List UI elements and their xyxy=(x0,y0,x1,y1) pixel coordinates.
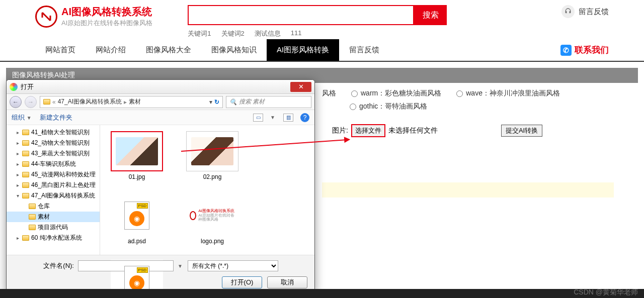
path-segment[interactable]: 47_AI图像风格转换系统 xyxy=(58,97,122,106)
chevron-right-icon[interactable]: ▸ xyxy=(17,182,19,188)
style-radio-warm[interactable]: warm：彩色糖块油画风格 xyxy=(351,89,441,98)
tree-item-label: 42_动物大全智能识别 xyxy=(31,139,90,147)
file-name-label: ad.psd xyxy=(128,238,146,245)
help-icon[interactable]: ? xyxy=(300,113,309,122)
back-button[interactable]: ← xyxy=(10,96,22,108)
open-button[interactable]: 打开(O) xyxy=(222,276,262,288)
path-segment[interactable]: 素材 xyxy=(129,97,141,106)
contact-label: 联系我们 xyxy=(575,44,609,56)
tree-item[interactable]: 仓库 xyxy=(7,201,100,212)
filetype-select[interactable]: 所有文件 (*.*) xyxy=(188,260,278,271)
file-thumbnail xyxy=(186,131,238,171)
search-icon: 🔍 xyxy=(229,98,237,106)
folder-icon xyxy=(29,214,36,220)
folder-icon xyxy=(43,99,50,105)
folder-search-input[interactable]: 🔍 搜索 素材 xyxy=(226,96,311,108)
tree-item[interactable]: ▾47_AI图像风格转换系统 xyxy=(7,190,100,201)
organize-menu[interactable]: 组织 ▼ xyxy=(12,113,33,122)
folder-tree[interactable]: ▸41_植物大全智能识别▸42_动物大全智能识别▸43_果蔬大全智能识别▸44-… xyxy=(7,125,100,255)
tree-item-label: 46_黑白图片和上色处理 xyxy=(31,181,96,189)
choose-file-button[interactable]: 选择文件 xyxy=(351,124,385,137)
keyword-link[interactable]: 111 xyxy=(291,29,302,38)
file-item[interactable]: 02.png xyxy=(185,131,240,180)
folder-icon xyxy=(22,182,29,188)
search-input[interactable] xyxy=(188,5,414,25)
chevron-right-icon[interactable]: ▸ xyxy=(17,130,19,135)
forward-button[interactable]: → xyxy=(25,96,37,108)
dialog-path-bar: ← → « 47_AI图像风格转换系统 ▸ 素材 ▾ ↻ 🔍 搜索 素材 xyxy=(7,94,314,110)
folder-icon xyxy=(22,235,29,241)
headset-icon xyxy=(561,5,575,18)
search-box: 搜索 xyxy=(188,5,447,25)
chevron-right-icon[interactable]: ▸ xyxy=(17,151,19,156)
nav-about[interactable]: 网站介绍 xyxy=(86,39,136,61)
nav-convert[interactable]: AI图形风格转换 xyxy=(267,39,339,61)
tree-item-label: 41_植物大全智能识别 xyxy=(31,128,90,137)
tree-item[interactable]: ▸45_动漫网站和特效处理 xyxy=(7,169,100,180)
nav-home[interactable]: 网站首页 xyxy=(35,39,86,61)
tree-item-label: 仓库 xyxy=(38,202,50,211)
nav-feedback[interactable]: 留言反馈 xyxy=(339,39,389,61)
tree-item[interactable]: ▸41_植物大全智能识别 xyxy=(7,127,100,138)
chevron-right-icon[interactable]: ▸ xyxy=(17,235,19,241)
filename-row: 文件名(N): ▼ 所有文件 (*.*) xyxy=(14,260,307,271)
submit-button[interactable]: 提交AI转换 xyxy=(501,125,542,137)
new-folder-button[interactable]: 新建文件夹 xyxy=(40,113,72,122)
chevron-right-icon[interactable]: ▸ xyxy=(17,172,19,177)
result-placeholder xyxy=(322,182,614,197)
folder-icon xyxy=(22,161,29,167)
search-button[interactable]: 搜索 xyxy=(414,5,447,25)
watermark: CSDN @黄菊华老师 xyxy=(574,288,638,297)
folder-icon xyxy=(22,172,29,177)
logo[interactable]: AI图像风格转换系统 AI原始图片在线转各种图像风格 xyxy=(35,5,152,28)
chevron-down-icon[interactable]: ▾ xyxy=(209,98,212,106)
file-item[interactable]: AI图像风格转换系统AI原始图片在线转各种图像风格logo.png xyxy=(185,195,240,245)
chevron-down-icon[interactable]: ▾ xyxy=(17,193,19,198)
tree-item[interactable]: 素材 xyxy=(7,212,100,222)
feedback-label: 留言反馈 xyxy=(579,7,609,17)
file-name-label: 01.jpg xyxy=(129,173,145,180)
chevron-right-icon[interactable]: ▸ xyxy=(17,161,19,167)
dialog-buttons: 打开(O) 取消 xyxy=(14,276,307,288)
contact-us[interactable]: ✆ 联系我们 xyxy=(560,44,609,56)
dialog-title: 打开 xyxy=(21,82,34,91)
breadcrumb[interactable]: « 47_AI图像风格转换系统 ▸ 素材 ▾ ↻ xyxy=(40,96,223,108)
folder-icon xyxy=(22,193,29,198)
nav-knowledge[interactable]: 图像风格知识 xyxy=(201,39,267,61)
file-item[interactable]: PSD◉ad.psd xyxy=(109,195,165,245)
tree-item[interactable]: ▸42_动物大全智能识别 xyxy=(7,138,100,148)
tree-item-label: 45_动漫网站和特效处理 xyxy=(31,170,96,179)
dialog-toolbar: 组织 ▼ 新建文件夹 ▭ ▼ ▥ ? xyxy=(7,110,314,125)
view-mode-icon[interactable]: ▭ xyxy=(253,114,263,122)
nav-styles[interactable]: 图像风格大全 xyxy=(136,39,201,61)
tree-item-label: 44-车辆识别系统 xyxy=(31,160,76,168)
preview-pane-icon[interactable]: ▥ xyxy=(283,114,293,122)
keyword-link[interactable]: 关键词2 xyxy=(221,29,245,38)
close-button[interactable]: ✕ xyxy=(290,82,311,92)
dialog-titlebar[interactable]: 打开 ✕ xyxy=(7,80,314,94)
file-item[interactable]: 01.jpg xyxy=(109,131,165,180)
chevron-down-icon[interactable]: ▼ xyxy=(270,115,275,120)
tree-item[interactable]: ▸44-车辆识别系统 xyxy=(7,159,100,169)
filename-label: 文件名(N): xyxy=(14,261,74,270)
tree-item[interactable]: 项目源代码 xyxy=(7,222,100,233)
chevron-down-icon[interactable]: ▼ xyxy=(178,263,183,269)
tree-item[interactable]: ▸60 纯净水配送系统 xyxy=(7,233,100,243)
chevron-right-icon[interactable]: ▸ xyxy=(17,140,19,146)
tree-item-label: 项目源代码 xyxy=(38,223,68,232)
refresh-icon[interactable]: ↻ xyxy=(214,98,219,106)
tree-item-label: 47_AI图像风格转换系统 xyxy=(31,191,95,200)
tree-item-label: 60 纯净水配送系统 xyxy=(31,234,82,242)
style-radio-gothic[interactable]: gothic：哥特油画风格 xyxy=(350,102,427,111)
feedback-link[interactable]: 留言反馈 xyxy=(561,5,609,18)
style-suffix: 风格 xyxy=(322,89,336,98)
keyword-link[interactable]: 关键词1 xyxy=(188,29,211,38)
upload-label: 图片: xyxy=(332,126,348,135)
tree-item[interactable]: ▸46_黑白图片和上色处理 xyxy=(7,180,100,190)
tree-item[interactable]: ▸43_果蔬大全智能识别 xyxy=(7,148,100,159)
cancel-button[interactable]: 取消 xyxy=(267,276,307,288)
keyword-link[interactable]: 测试信息 xyxy=(255,29,281,38)
style-radio-wave[interactable]: wave：神奈川冲浪里油画风格 xyxy=(456,89,560,98)
site-title: AI图像风格转换系统 xyxy=(61,5,152,19)
file-name-label: logo.png xyxy=(201,238,224,245)
